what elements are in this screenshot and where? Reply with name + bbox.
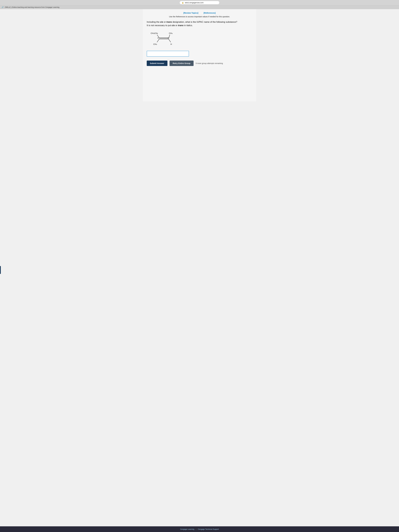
footer-divider: |	[196, 528, 196, 530]
h-label: H	[171, 43, 172, 45]
url-text: west.cengagenow.com	[185, 2, 204, 4]
sidebar-indicator	[0, 266, 1, 274]
trans-label: trans	[166, 21, 172, 23]
top-toolbar: [Review Topics] [References]	[147, 12, 252, 14]
trans-label-2: trans	[178, 24, 184, 27]
cengage-learning-link[interactable]: Cengage Learning	[180, 528, 194, 530]
submit-answer-button[interactable]: Submit Answer	[147, 61, 167, 66]
review-topics-link[interactable]: [Review Topics]	[184, 12, 198, 14]
ch3-top-label: CH₃	[169, 32, 173, 34]
question-text-part1: Including the	[147, 21, 160, 23]
tab-favicon: 🔗	[2, 6, 4, 8]
cengage-support-link[interactable]: Cengage Technical Support	[198, 528, 219, 530]
c-left-label: C	[158, 37, 159, 39]
tab-bar: 🔗 OWLv2 | Online teaching and learning r…	[0, 5, 399, 9]
chemical-structure: CH₃CH₂ CH₃ C C	[149, 30, 252, 48]
ch3ch2-label: CH₃CH₂	[151, 32, 158, 34]
buttons-area: Submit Answer Retry Entire Group 9 more …	[147, 61, 252, 66]
question-text-part3: designation, what is the IUPAC name of t…	[172, 21, 237, 23]
lock-icon: 🔒	[182, 2, 184, 4]
page-content: [Review Topics] [References] Use the Ref…	[143, 9, 256, 101]
attempts-remaining-text: 9 more group attempts remaining	[196, 62, 223, 64]
c-right-label: C	[168, 37, 169, 39]
cis-label-2: cis	[172, 24, 175, 27]
svg-line-5	[169, 39, 171, 42]
question-line2-or: or	[175, 24, 178, 27]
footer: Cengage Learning | Cengage Technical Sup…	[0, 526, 399, 532]
question-line2-end: in italics.	[184, 24, 193, 27]
address-bar: 🔒 west.cengagenow.com	[180, 1, 219, 4]
ch3-bottom-label: CH₃	[153, 43, 157, 45]
retry-entire-group-button[interactable]: Retry Entire Group	[170, 61, 194, 66]
molecule-svg: CH₃CH₂ CH₃ C C	[149, 30, 178, 48]
content-wrapper: [Review Topics] [References] Use the Ref…	[0, 9, 399, 526]
references-notice: Use the References to access important v…	[147, 16, 252, 18]
references-link[interactable]: [References]	[204, 12, 215, 14]
browser-chrome: 🔒 west.cengagenow.com	[0, 0, 399, 5]
answer-input-container	[147, 51, 252, 57]
answer-input[interactable]	[147, 51, 189, 57]
question-line2-part1: It is not necessary to put	[147, 24, 172, 27]
tab-label: OWLv2 | Online teaching and learning res…	[5, 6, 59, 8]
question-text: Including the cis or trans designation, …	[147, 20, 252, 27]
cis-label: cis	[160, 21, 163, 23]
question-text-part2: or	[163, 21, 166, 23]
svg-line-4	[157, 39, 159, 42]
